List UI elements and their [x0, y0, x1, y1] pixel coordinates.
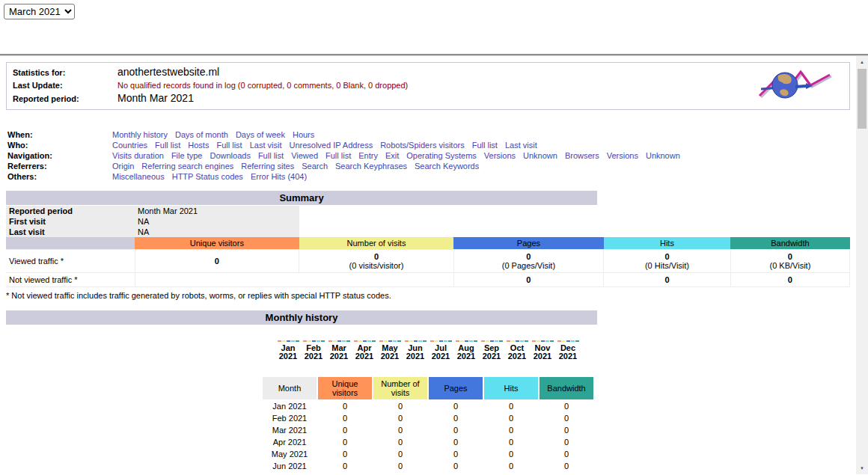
chart-bars: [504, 340, 530, 342]
menu-link[interactable]: Operating Systems: [406, 151, 477, 160]
chart-month-year: 2021: [352, 352, 377, 361]
chart-bar-bandwidth: [296, 340, 299, 342]
summary-viewed-row: Viewed traffic *00(0 visits/visitor)0(0 …: [6, 250, 850, 273]
monthly-row-value: 0: [373, 401, 427, 411]
monthly-history-title: Monthly history: [6, 310, 597, 325]
menu-link[interactable]: Search: [302, 162, 328, 171]
menu-link[interactable]: Hours: [293, 130, 314, 139]
chart-bar-bandwidth: [499, 340, 503, 342]
chart-bar-hits: [342, 340, 346, 342]
reported-period-value: Month Mar 2021: [117, 92, 194, 104]
chart-bars: [428, 340, 453, 342]
menu-link[interactable]: Visits duration: [112, 151, 164, 160]
menu-link[interactable]: Unknown: [523, 151, 557, 160]
monthly-col-header: Month: [263, 377, 317, 399]
monthly-row-value: 0: [318, 437, 372, 447]
menu-link[interactable]: Error Hits (404): [251, 172, 307, 181]
chart-bar-pages: [312, 340, 316, 342]
menu-link[interactable]: Full list: [155, 141, 180, 150]
monthly-row-value: 0: [429, 413, 483, 423]
menu-link[interactable]: Last visit: [250, 141, 282, 150]
not-viewed-traffic-value: 0: [457, 275, 600, 284]
menu-link[interactable]: HTTP Status codes: [172, 172, 243, 181]
menu-link[interactable]: Search Keywords: [415, 162, 479, 171]
menu-link[interactable]: Full list: [326, 151, 351, 160]
menu-link[interactable]: Viewed: [291, 151, 318, 160]
chart-month-label: Jan2021: [275, 344, 301, 361]
menu-link[interactable]: Versions: [484, 151, 516, 160]
monthly-col-header: Bandwidth: [540, 377, 593, 399]
menu-link[interactable]: Full list: [258, 151, 284, 160]
chart-month-label: Aug2021: [453, 344, 479, 361]
menu-link[interactable]: Miscellaneous: [112, 172, 165, 181]
menu-link[interactable]: Referring search engines: [141, 162, 233, 171]
menu-link[interactable]: Robots/Spiders visitors: [380, 141, 465, 150]
menu-link[interactable]: Search Keyphrases: [335, 162, 407, 171]
menu-link[interactable]: Full list: [472, 141, 498, 150]
summary-metric-header: Pages: [453, 237, 603, 250]
monthly-row-value: 0: [484, 413, 538, 423]
chart-bars: [377, 340, 403, 342]
monthly-table-row: Apr 202100000: [263, 437, 593, 447]
chart-month-year: 2021: [377, 352, 403, 361]
chart-month-group: Feb2021: [301, 340, 326, 361]
monthly-row-value: 0: [484, 461, 538, 471]
menu-link[interactable]: File type: [171, 151, 203, 160]
chart-month-year: 2021: [301, 352, 326, 361]
menu-link[interactable]: Days of week: [236, 130, 285, 139]
chart-month-label: Dec2021: [555, 344, 581, 361]
monthly-row-value: 0: [373, 473, 427, 474]
summary-info-row: Last visitNA: [6, 227, 850, 237]
monthly-row-value: 0: [318, 413, 372, 423]
not-viewed-traffic-cell: 0: [730, 273, 849, 287]
scroll-up-arrow-icon[interactable]: ▲: [856, 56, 868, 68]
chart-bar-bandwidth: [550, 340, 554, 342]
menu-link[interactable]: Countries: [112, 141, 147, 150]
viewed-traffic-cell: 0(0 Pages/Visit): [453, 250, 603, 273]
monthly-row-value: 0: [484, 437, 538, 447]
menu-link[interactable]: Hosts: [188, 141, 209, 150]
menu-row: Referrers:OriginReferring search engines…: [7, 161, 850, 171]
monthly-history-chart: Jan2021Feb2021Mar2021Apr2021May2021Jun20…: [6, 340, 850, 361]
chart-bar-unique-visitors: [405, 340, 409, 342]
menu-link[interactable]: Exit: [385, 151, 399, 160]
menu-link[interactable]: Last visit: [505, 141, 537, 150]
menu-link[interactable]: Origin: [112, 162, 134, 171]
chart-bar-hits: [291, 340, 295, 342]
chart-bars: [530, 340, 555, 342]
summary-info-label: Reported period: [6, 206, 135, 216]
scroll-down-arrow-icon[interactable]: ▼: [856, 462, 868, 474]
menu-link[interactable]: Browsers: [565, 151, 599, 160]
menu-link[interactable]: Monthly history: [112, 130, 168, 139]
menu-link[interactable]: Downloads: [210, 151, 250, 160]
summary-info-rows: Reported periodMonth Mar 2021First visit…: [6, 206, 850, 237]
menu-link[interactable]: Unknown: [646, 151, 680, 160]
monthly-row-value: 0: [540, 437, 593, 447]
chart-bar-hits: [418, 340, 422, 342]
menu-link[interactable]: Unresolved IP Address: [289, 141, 373, 150]
chart-month-label: Sep2021: [479, 344, 504, 361]
scrollbar-thumb[interactable]: [858, 69, 867, 129]
menu-links: Monthly historyDays of monthDays of week…: [112, 129, 322, 140]
monthly-table-row: May 202100000: [263, 449, 593, 459]
chart-month-group: Jul2021: [428, 340, 453, 361]
monthly-row-month: May 2021: [263, 449, 317, 459]
menu-link[interactable]: Referring sites: [241, 162, 294, 171]
monthly-row-month: Jul 2021: [263, 473, 317, 474]
period-select[interactable]: March 2021: [4, 4, 75, 19]
chart-month-year: 2021: [403, 352, 428, 361]
chart-month-year: 2021: [530, 352, 555, 361]
menu-link[interactable]: Entry: [358, 151, 378, 160]
summary-info-value: Month Mar 2021: [135, 206, 299, 216]
menu-link[interactable]: Versions: [607, 151, 638, 160]
monthly-row-value: 0: [429, 437, 483, 447]
menu-link[interactable]: Full list: [216, 141, 242, 150]
vertical-scrollbar[interactable]: ▲ ▼: [856, 56, 868, 474]
statistics-header-box: Statistics for: anothertestwebsite.ml La…: [6, 62, 850, 110]
viewed-traffic-ratio: (0 Pages/Visit): [457, 261, 600, 270]
monthly-row-value: 0: [429, 473, 483, 474]
monthly-row-month: Apr 2021: [263, 437, 317, 447]
menu-link[interactable]: Days of month: [175, 130, 228, 139]
chart-month-group: Jan2021: [275, 340, 301, 361]
menu-section-label: Who:: [7, 140, 112, 150]
